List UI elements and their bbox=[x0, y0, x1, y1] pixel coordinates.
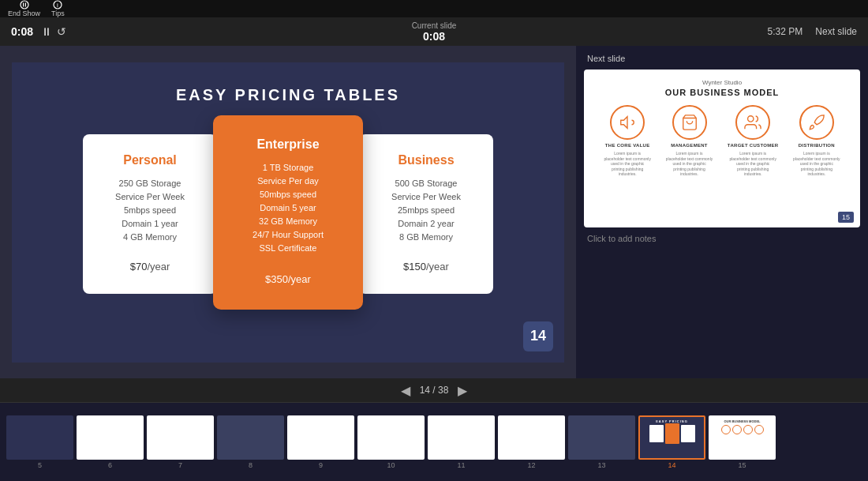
personal-price: $70/year bbox=[97, 254, 203, 275]
personal-feature-5: 4 GB Memory bbox=[97, 232, 203, 242]
people-icon-circle bbox=[735, 105, 770, 140]
toolbar: 0:08 ⏸ ↺ Current slide 0:08 5:32 PM Next… bbox=[0, 17, 868, 46]
business-feature-1: 500 GB Storage bbox=[373, 178, 479, 188]
timer-left: 0:08 bbox=[11, 25, 33, 38]
thumb-num-9: 9 bbox=[319, 461, 323, 469]
preview-icon-text-4: Lorem ipsum is placeholder text commonly… bbox=[793, 151, 840, 177]
thumb-img-13 bbox=[568, 415, 635, 460]
clock: 5:32 PM bbox=[768, 26, 803, 37]
thumbnail-11[interactable]: 11 bbox=[428, 415, 495, 469]
thumb-img-7 bbox=[147, 415, 214, 460]
enterprise-title: Enterprise bbox=[230, 137, 346, 152]
svg-rect-1 bbox=[23, 3, 24, 7]
megaphone-icon-circle bbox=[610, 105, 645, 140]
thumbnail-8[interactable]: 8 bbox=[217, 415, 284, 469]
preview-icon-text-2: Lorem ipsum is placeholder text commonly… bbox=[666, 151, 713, 177]
enterprise-feature-6: 24/7 Hour Support bbox=[230, 230, 346, 239]
next-slide-button[interactable]: ▶ bbox=[458, 383, 467, 398]
preview-icon-label-1: THE CORE VALUE bbox=[605, 143, 650, 148]
thumb-num-6: 6 bbox=[108, 461, 112, 469]
personal-title: Personal bbox=[97, 153, 203, 167]
enterprise-period: /year bbox=[288, 273, 311, 285]
enterprise-feature-7: SSL Certificate bbox=[230, 243, 346, 253]
thumb-img-6 bbox=[77, 415, 144, 460]
preview-icons-row: THE CORE VALUE Lorem ipsum is placeholde… bbox=[597, 105, 847, 177]
next-slide-label: Next slide bbox=[815, 26, 857, 37]
svg-point-0 bbox=[21, 1, 28, 9]
enterprise-price: $350/year bbox=[230, 265, 346, 287]
toolbar-center: Current slide 0:08 bbox=[412, 21, 457, 43]
thumb-img-14: EASY PRICING bbox=[638, 415, 705, 460]
thumbnail-13[interactable]: 13 bbox=[568, 415, 635, 469]
business-title: Business bbox=[373, 153, 479, 167]
thumb-num-12: 12 bbox=[527, 461, 535, 469]
personal-feature-2: Service Per Week bbox=[97, 192, 203, 201]
business-feature-3: 25mbps speed bbox=[373, 205, 479, 215]
preview-icon-4: DISTRIBUTION Lorem ipsum is placeholder … bbox=[793, 105, 840, 177]
thumb-img-15: OUR BUSINESS MODEL bbox=[709, 415, 776, 460]
toolbar-right: 5:32 PM Next slide bbox=[768, 26, 857, 37]
preview-icon-label-2: MANAGEMENT bbox=[671, 143, 708, 148]
toolbar-controls: ⏸ ↺ bbox=[41, 25, 66, 38]
business-feature-2: Service Per Week bbox=[373, 192, 479, 201]
thumb-img-8 bbox=[217, 415, 284, 460]
main-area: EASY PRICING TABLES Personal 250 GB Stor… bbox=[0, 46, 868, 378]
enterprise-feature-2: Service Per day bbox=[230, 176, 346, 186]
thumb-num-11: 11 bbox=[457, 461, 465, 469]
enterprise-feature-3: 50mbps speed bbox=[230, 190, 346, 199]
megaphone-icon bbox=[619, 114, 636, 131]
business-period: /year bbox=[426, 261, 449, 272]
thumbnail-5[interactable]: 5 bbox=[6, 415, 73, 469]
preview-slide-num: 15 bbox=[838, 212, 854, 223]
thumbnail-15[interactable]: OUR BUSINESS MODEL 15 bbox=[709, 415, 776, 469]
rocket-icon-circle bbox=[799, 105, 834, 140]
enterprise-card: Enterprise 1 TB Storage Service Per day … bbox=[213, 115, 363, 310]
thumbnail-9[interactable]: 9 bbox=[287, 415, 354, 469]
enterprise-feature-5: 32 GB Memory bbox=[230, 216, 346, 226]
svg-text:i: i bbox=[57, 2, 58, 9]
next-slide-preview: Wynter Studio OUR BUSINESS MODEL THE COR… bbox=[584, 70, 860, 227]
next-slide-panel-label: Next slide bbox=[587, 54, 625, 63]
preview-icon-1: THE CORE VALUE Lorem ipsum is placeholde… bbox=[604, 105, 651, 177]
timer-center: 0:08 bbox=[423, 30, 445, 43]
thumbnail-14[interactable]: EASY PRICING 14 bbox=[638, 415, 705, 469]
end-show-button[interactable]: End Show bbox=[8, 0, 40, 17]
basket-icon bbox=[681, 114, 698, 131]
preview-icon-2: MANAGEMENT Lorem ipsum is placeholder te… bbox=[666, 105, 713, 177]
thumbnail-12[interactable]: 12 bbox=[498, 415, 565, 469]
personal-card: Personal 250 GB Storage Service Per Week… bbox=[83, 134, 217, 294]
pricing-cards: Personal 250 GB Storage Service Per Week… bbox=[28, 123, 548, 310]
click-notes: Click to add notes bbox=[587, 234, 656, 243]
business-feature-4: Domain 2 year bbox=[373, 219, 479, 228]
thumb-num-13: 13 bbox=[597, 461, 605, 469]
thumb-num-8: 8 bbox=[249, 461, 253, 469]
personal-period: /year bbox=[147, 261, 170, 272]
prev-slide-button[interactable]: ◀ bbox=[401, 383, 410, 398]
next-slide-panel: Next slide Wynter Studio OUR BUSINESS MO… bbox=[576, 46, 868, 378]
thumbnail-6[interactable]: 6 bbox=[77, 415, 144, 469]
total-slides: 38 bbox=[438, 385, 448, 396]
refresh-icon[interactable]: ↺ bbox=[57, 25, 66, 38]
current-slide-label: Current slide bbox=[412, 21, 457, 30]
preview-brand: Wynter Studio bbox=[597, 79, 847, 86]
preview-icon-3: TARGET CUSTOMER Lorem ipsum is placehold… bbox=[728, 105, 779, 177]
business-feature-5: 8 GB Memory bbox=[373, 232, 479, 242]
svg-point-6 bbox=[748, 116, 754, 122]
thumbnail-strip: 5 6 7 8 9 10 11 12 13 EASY bbox=[0, 402, 868, 481]
preview-icon-text-3: Lorem ipsum is placeholder text commonly… bbox=[729, 151, 776, 177]
slide-counter: 14 / 38 bbox=[420, 385, 449, 396]
top-bar-icons: End Show i Tips bbox=[8, 0, 65, 17]
thumb-num-10: 10 bbox=[387, 461, 395, 469]
thumb-img-5 bbox=[6, 415, 73, 460]
business-price: $150/year bbox=[373, 254, 479, 275]
enterprise-feature-4: Domain 5 year bbox=[230, 203, 346, 212]
thumbnail-10[interactable]: 10 bbox=[357, 415, 425, 469]
thumbnail-7[interactable]: 7 bbox=[147, 415, 214, 469]
preview-icon-label-3: TARGET CUSTOMER bbox=[728, 143, 779, 148]
slide-nav: ◀ 14 / 38 ▶ bbox=[0, 378, 868, 402]
tips-button[interactable]: i Tips bbox=[51, 0, 65, 17]
pause-icon[interactable]: ⏸ bbox=[41, 25, 52, 38]
current-slide-num: 14 bbox=[420, 385, 430, 396]
top-bar: End Show i Tips bbox=[0, 0, 868, 17]
thumb-img-12 bbox=[498, 415, 565, 460]
